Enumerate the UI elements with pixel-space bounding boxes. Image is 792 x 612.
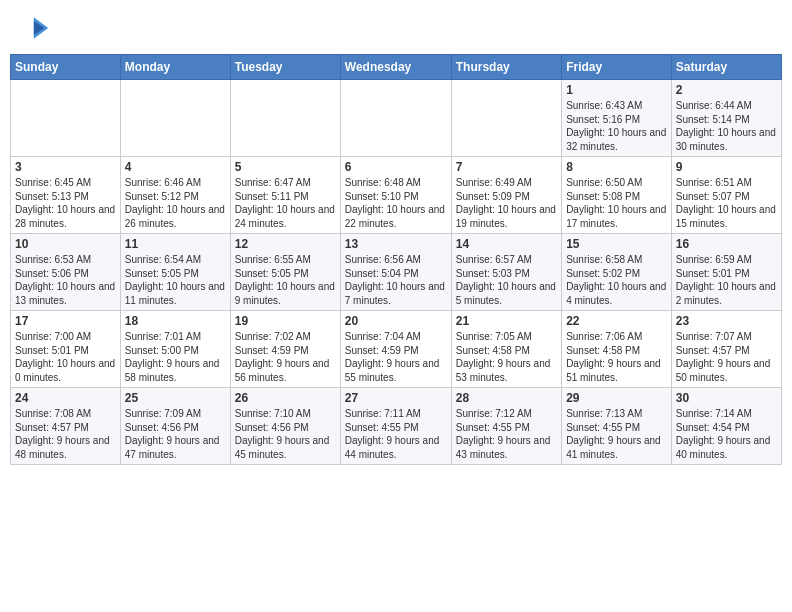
calendar-cell	[340, 80, 451, 157]
day-info: Sunrise: 6:55 AM Sunset: 5:05 PM Dayligh…	[235, 253, 336, 307]
day-info: Sunrise: 7:09 AM Sunset: 4:56 PM Dayligh…	[125, 407, 226, 461]
weekday-header-tuesday: Tuesday	[230, 55, 340, 80]
calendar-week-2: 3Sunrise: 6:45 AM Sunset: 5:13 PM Daylig…	[11, 157, 782, 234]
day-number: 2	[676, 83, 777, 97]
day-number: 11	[125, 237, 226, 251]
weekday-header-row: SundayMondayTuesdayWednesdayThursdayFrid…	[11, 55, 782, 80]
day-info: Sunrise: 7:07 AM Sunset: 4:57 PM Dayligh…	[676, 330, 777, 384]
day-number: 30	[676, 391, 777, 405]
day-info: Sunrise: 7:05 AM Sunset: 4:58 PM Dayligh…	[456, 330, 557, 384]
calendar-cell	[230, 80, 340, 157]
day-info: Sunrise: 6:56 AM Sunset: 5:04 PM Dayligh…	[345, 253, 447, 307]
calendar-cell: 13Sunrise: 6:56 AM Sunset: 5:04 PM Dayli…	[340, 234, 451, 311]
day-info: Sunrise: 6:48 AM Sunset: 5:10 PM Dayligh…	[345, 176, 447, 230]
day-number: 7	[456, 160, 557, 174]
day-info: Sunrise: 7:08 AM Sunset: 4:57 PM Dayligh…	[15, 407, 116, 461]
day-info: Sunrise: 7:00 AM Sunset: 5:01 PM Dayligh…	[15, 330, 116, 384]
calendar-table: SundayMondayTuesdayWednesdayThursdayFrid…	[10, 54, 782, 465]
day-number: 6	[345, 160, 447, 174]
calendar-cell: 5Sunrise: 6:47 AM Sunset: 5:11 PM Daylig…	[230, 157, 340, 234]
day-number: 28	[456, 391, 557, 405]
day-info: Sunrise: 6:57 AM Sunset: 5:03 PM Dayligh…	[456, 253, 557, 307]
day-number: 13	[345, 237, 447, 251]
calendar-cell: 16Sunrise: 6:59 AM Sunset: 5:01 PM Dayli…	[671, 234, 781, 311]
calendar-cell	[11, 80, 121, 157]
calendar-cell: 2Sunrise: 6:44 AM Sunset: 5:14 PM Daylig…	[671, 80, 781, 157]
calendar-cell: 7Sunrise: 6:49 AM Sunset: 5:09 PM Daylig…	[451, 157, 561, 234]
day-info: Sunrise: 6:45 AM Sunset: 5:13 PM Dayligh…	[15, 176, 116, 230]
calendar-week-5: 24Sunrise: 7:08 AM Sunset: 4:57 PM Dayli…	[11, 388, 782, 465]
calendar-cell: 8Sunrise: 6:50 AM Sunset: 5:08 PM Daylig…	[562, 157, 672, 234]
day-info: Sunrise: 6:51 AM Sunset: 5:07 PM Dayligh…	[676, 176, 777, 230]
calendar-cell: 21Sunrise: 7:05 AM Sunset: 4:58 PM Dayli…	[451, 311, 561, 388]
calendar-cell: 18Sunrise: 7:01 AM Sunset: 5:00 PM Dayli…	[120, 311, 230, 388]
day-number: 23	[676, 314, 777, 328]
day-number: 14	[456, 237, 557, 251]
generalblue-logo-icon	[14, 10, 50, 46]
calendar-cell	[451, 80, 561, 157]
day-number: 1	[566, 83, 667, 97]
calendar-week-3: 10Sunrise: 6:53 AM Sunset: 5:06 PM Dayli…	[11, 234, 782, 311]
day-number: 21	[456, 314, 557, 328]
calendar-week-4: 17Sunrise: 7:00 AM Sunset: 5:01 PM Dayli…	[11, 311, 782, 388]
weekday-header-friday: Friday	[562, 55, 672, 80]
day-number: 3	[15, 160, 116, 174]
day-info: Sunrise: 6:43 AM Sunset: 5:16 PM Dayligh…	[566, 99, 667, 153]
weekday-header-thursday: Thursday	[451, 55, 561, 80]
calendar-cell: 14Sunrise: 6:57 AM Sunset: 5:03 PM Dayli…	[451, 234, 561, 311]
calendar-cell: 10Sunrise: 6:53 AM Sunset: 5:06 PM Dayli…	[11, 234, 121, 311]
calendar-cell: 28Sunrise: 7:12 AM Sunset: 4:55 PM Dayli…	[451, 388, 561, 465]
day-number: 15	[566, 237, 667, 251]
day-info: Sunrise: 7:14 AM Sunset: 4:54 PM Dayligh…	[676, 407, 777, 461]
calendar-cell: 1Sunrise: 6:43 AM Sunset: 5:16 PM Daylig…	[562, 80, 672, 157]
day-number: 9	[676, 160, 777, 174]
day-number: 22	[566, 314, 667, 328]
day-number: 5	[235, 160, 336, 174]
day-number: 18	[125, 314, 226, 328]
day-info: Sunrise: 6:58 AM Sunset: 5:02 PM Dayligh…	[566, 253, 667, 307]
day-info: Sunrise: 7:04 AM Sunset: 4:59 PM Dayligh…	[345, 330, 447, 384]
day-info: Sunrise: 7:01 AM Sunset: 5:00 PM Dayligh…	[125, 330, 226, 384]
calendar-cell: 11Sunrise: 6:54 AM Sunset: 5:05 PM Dayli…	[120, 234, 230, 311]
day-info: Sunrise: 6:46 AM Sunset: 5:12 PM Dayligh…	[125, 176, 226, 230]
day-info: Sunrise: 7:12 AM Sunset: 4:55 PM Dayligh…	[456, 407, 557, 461]
day-info: Sunrise: 7:02 AM Sunset: 4:59 PM Dayligh…	[235, 330, 336, 384]
day-info: Sunrise: 6:47 AM Sunset: 5:11 PM Dayligh…	[235, 176, 336, 230]
calendar-cell: 30Sunrise: 7:14 AM Sunset: 4:54 PM Dayli…	[671, 388, 781, 465]
calendar-cell: 3Sunrise: 6:45 AM Sunset: 5:13 PM Daylig…	[11, 157, 121, 234]
day-number: 24	[15, 391, 116, 405]
calendar-cell: 20Sunrise: 7:04 AM Sunset: 4:59 PM Dayli…	[340, 311, 451, 388]
day-number: 25	[125, 391, 226, 405]
weekday-header-wednesday: Wednesday	[340, 55, 451, 80]
day-info: Sunrise: 7:13 AM Sunset: 4:55 PM Dayligh…	[566, 407, 667, 461]
day-info: Sunrise: 6:54 AM Sunset: 5:05 PM Dayligh…	[125, 253, 226, 307]
day-info: Sunrise: 6:49 AM Sunset: 5:09 PM Dayligh…	[456, 176, 557, 230]
calendar-cell: 27Sunrise: 7:11 AM Sunset: 4:55 PM Dayli…	[340, 388, 451, 465]
calendar-cell: 24Sunrise: 7:08 AM Sunset: 4:57 PM Dayli…	[11, 388, 121, 465]
calendar-cell: 6Sunrise: 6:48 AM Sunset: 5:10 PM Daylig…	[340, 157, 451, 234]
calendar-cell: 17Sunrise: 7:00 AM Sunset: 5:01 PM Dayli…	[11, 311, 121, 388]
calendar-cell: 4Sunrise: 6:46 AM Sunset: 5:12 PM Daylig…	[120, 157, 230, 234]
calendar-cell: 25Sunrise: 7:09 AM Sunset: 4:56 PM Dayli…	[120, 388, 230, 465]
day-number: 17	[15, 314, 116, 328]
weekday-header-monday: Monday	[120, 55, 230, 80]
weekday-header-saturday: Saturday	[671, 55, 781, 80]
day-info: Sunrise: 7:06 AM Sunset: 4:58 PM Dayligh…	[566, 330, 667, 384]
day-number: 4	[125, 160, 226, 174]
calendar-cell: 15Sunrise: 6:58 AM Sunset: 5:02 PM Dayli…	[562, 234, 672, 311]
day-info: Sunrise: 6:59 AM Sunset: 5:01 PM Dayligh…	[676, 253, 777, 307]
day-info: Sunrise: 6:50 AM Sunset: 5:08 PM Dayligh…	[566, 176, 667, 230]
day-number: 16	[676, 237, 777, 251]
calendar-cell: 9Sunrise: 6:51 AM Sunset: 5:07 PM Daylig…	[671, 157, 781, 234]
day-info: Sunrise: 7:10 AM Sunset: 4:56 PM Dayligh…	[235, 407, 336, 461]
day-number: 26	[235, 391, 336, 405]
weekday-header-sunday: Sunday	[11, 55, 121, 80]
day-number: 8	[566, 160, 667, 174]
calendar-cell: 22Sunrise: 7:06 AM Sunset: 4:58 PM Dayli…	[562, 311, 672, 388]
calendar-cell	[120, 80, 230, 157]
calendar-cell: 26Sunrise: 7:10 AM Sunset: 4:56 PM Dayli…	[230, 388, 340, 465]
calendar-cell: 12Sunrise: 6:55 AM Sunset: 5:05 PM Dayli…	[230, 234, 340, 311]
day-number: 20	[345, 314, 447, 328]
day-number: 19	[235, 314, 336, 328]
day-info: Sunrise: 6:53 AM Sunset: 5:06 PM Dayligh…	[15, 253, 116, 307]
